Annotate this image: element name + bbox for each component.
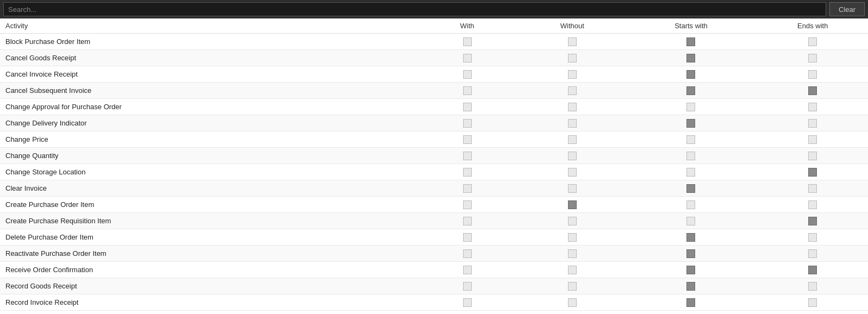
ends-with-checkbox[interactable] <box>808 168 817 177</box>
ends-with-checkbox[interactable] <box>808 135 817 144</box>
without-cell[interactable] <box>520 99 625 115</box>
starts-with-checkbox[interactable] <box>686 249 695 258</box>
with-cell[interactable] <box>415 66 520 83</box>
without-cell[interactable] <box>520 180 625 197</box>
starts-with-cell[interactable] <box>625 294 757 311</box>
ends-with-checkbox[interactable] <box>808 298 817 307</box>
without-cell[interactable] <box>520 278 625 294</box>
with-checkbox[interactable] <box>463 168 472 177</box>
with-checkbox[interactable] <box>463 54 472 62</box>
starts-with-checkbox[interactable] <box>686 233 695 242</box>
with-checkbox[interactable] <box>463 233 472 242</box>
without-checkbox[interactable] <box>568 200 577 209</box>
starts-with-checkbox[interactable] <box>686 103 695 111</box>
without-checkbox[interactable] <box>568 152 577 160</box>
with-checkbox[interactable] <box>463 86 472 95</box>
without-cell[interactable] <box>520 34 625 50</box>
starts-with-checkbox[interactable] <box>686 54 695 62</box>
with-cell[interactable] <box>415 294 520 311</box>
ends-with-checkbox[interactable] <box>808 266 817 274</box>
starts-with-cell[interactable] <box>625 180 757 197</box>
ends-with-cell[interactable] <box>758 66 868 83</box>
with-cell[interactable] <box>415 83 520 99</box>
without-checkbox[interactable] <box>568 54 577 62</box>
ends-with-cell[interactable] <box>758 148 868 164</box>
with-cell[interactable] <box>415 131 520 148</box>
starts-with-checkbox[interactable] <box>686 135 695 144</box>
with-checkbox[interactable] <box>463 152 472 160</box>
ends-with-cell[interactable] <box>758 262 868 278</box>
with-checkbox[interactable] <box>463 37 472 46</box>
without-checkbox[interactable] <box>568 168 577 177</box>
without-cell[interactable] <box>520 262 625 278</box>
with-checkbox[interactable] <box>463 217 472 225</box>
without-checkbox[interactable] <box>568 266 577 274</box>
starts-with-cell[interactable] <box>625 148 757 164</box>
without-cell[interactable] <box>520 131 625 148</box>
ends-with-cell[interactable] <box>758 131 868 148</box>
without-checkbox[interactable] <box>568 135 577 144</box>
starts-with-checkbox[interactable] <box>686 266 695 274</box>
without-cell[interactable] <box>520 294 625 311</box>
ends-with-cell[interactable] <box>758 164 868 180</box>
ends-with-cell[interactable] <box>758 213 868 229</box>
ends-with-checkbox[interactable] <box>808 184 817 193</box>
starts-with-cell[interactable] <box>625 229 757 246</box>
starts-with-cell[interactable] <box>625 115 757 131</box>
ends-with-checkbox[interactable] <box>808 200 817 209</box>
without-checkbox[interactable] <box>568 233 577 242</box>
ends-with-checkbox[interactable] <box>808 119 817 128</box>
with-checkbox[interactable] <box>463 184 472 193</box>
with-cell[interactable] <box>415 197 520 213</box>
without-checkbox[interactable] <box>568 184 577 193</box>
with-checkbox[interactable] <box>463 266 472 274</box>
ends-with-checkbox[interactable] <box>808 86 817 95</box>
starts-with-checkbox[interactable] <box>686 152 695 160</box>
starts-with-checkbox[interactable] <box>686 119 695 128</box>
starts-with-checkbox[interactable] <box>686 298 695 307</box>
ends-with-checkbox[interactable] <box>808 233 817 242</box>
with-cell[interactable] <box>415 148 520 164</box>
starts-with-checkbox[interactable] <box>686 70 695 79</box>
with-checkbox[interactable] <box>463 282 472 291</box>
starts-with-cell[interactable] <box>625 34 757 50</box>
without-checkbox[interactable] <box>568 86 577 95</box>
with-checkbox[interactable] <box>463 135 472 144</box>
without-checkbox[interactable] <box>568 103 577 111</box>
with-checkbox[interactable] <box>463 200 472 209</box>
ends-with-cell[interactable] <box>758 50 868 66</box>
ends-with-checkbox[interactable] <box>808 54 817 62</box>
starts-with-cell[interactable] <box>625 66 757 83</box>
with-checkbox[interactable] <box>463 103 472 111</box>
without-cell[interactable] <box>520 213 625 229</box>
with-cell[interactable] <box>415 262 520 278</box>
without-cell[interactable] <box>520 229 625 246</box>
without-checkbox[interactable] <box>568 298 577 307</box>
starts-with-cell[interactable] <box>625 99 757 115</box>
with-checkbox[interactable] <box>463 298 472 307</box>
with-cell[interactable] <box>415 50 520 66</box>
starts-with-cell[interactable] <box>625 83 757 99</box>
without-checkbox[interactable] <box>568 249 577 258</box>
starts-with-cell[interactable] <box>625 262 757 278</box>
with-cell[interactable] <box>415 246 520 262</box>
with-cell[interactable] <box>415 99 520 115</box>
ends-with-checkbox[interactable] <box>808 152 817 160</box>
starts-with-checkbox[interactable] <box>686 217 695 225</box>
without-cell[interactable] <box>520 115 625 131</box>
without-checkbox[interactable] <box>568 70 577 79</box>
without-checkbox[interactable] <box>568 119 577 128</box>
with-cell[interactable] <box>415 278 520 294</box>
without-cell[interactable] <box>520 148 625 164</box>
starts-with-cell[interactable] <box>625 197 757 213</box>
starts-with-cell[interactable] <box>625 213 757 229</box>
without-cell[interactable] <box>520 246 625 262</box>
with-checkbox[interactable] <box>463 70 472 79</box>
with-checkbox[interactable] <box>463 249 472 258</box>
starts-with-checkbox[interactable] <box>686 184 695 193</box>
starts-with-cell[interactable] <box>625 164 757 180</box>
with-cell[interactable] <box>415 213 520 229</box>
with-cell[interactable] <box>415 180 520 197</box>
ends-with-checkbox[interactable] <box>808 282 817 291</box>
without-checkbox[interactable] <box>568 217 577 225</box>
